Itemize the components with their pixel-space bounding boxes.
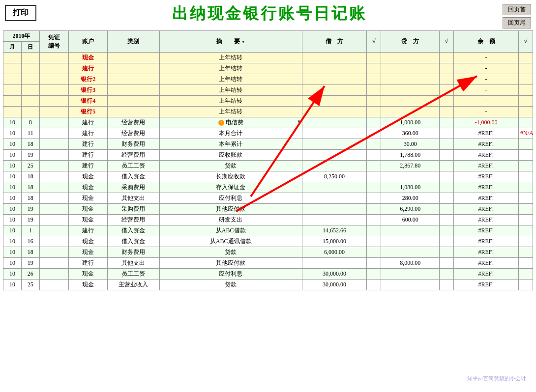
dr14-category: 其他支出 <box>108 258 159 269</box>
dr5-check2 <box>440 161 454 171</box>
dr4-debit <box>302 150 367 161</box>
dr6-voucher <box>39 171 68 182</box>
cf-voucher-3 <box>39 74 68 85</box>
cf-month-1 <box>3 53 22 63</box>
dr16-account: 现金 <box>69 280 108 290</box>
dr11-day: 1 <box>21 225 39 236</box>
dr3-month: 10 <box>3 139 22 150</box>
cf-check3-6 <box>518 107 533 117</box>
cf-debit-2 <box>302 63 367 74</box>
dr7-check3 <box>518 182 533 193</box>
dr2-check3: #N/A <box>518 128 533 139</box>
dr1-summary-cell[interactable]: ! 电信费 ▼ 电信费 本月合计 本年累计 应收账款 <box>159 117 302 128</box>
dr16-summary: 贷款 <box>159 280 302 290</box>
nav-top-button[interactable]: 回页首 <box>503 4 531 15</box>
table-container: 2010年 凭证 编号 账户 类别 摘 要 ▼ 借 方 √ 贷 方 √ 余 <box>0 30 536 290</box>
dr9-month: 10 <box>3 204 22 215</box>
dr2-account: 建行 <box>69 128 108 139</box>
summary-dropdown-trigger[interactable]: ▼ <box>297 119 301 124</box>
dr1-check3 <box>518 117 533 128</box>
dr12-month: 10 <box>3 236 22 247</box>
dr3-check3 <box>518 139 533 150</box>
data-row-2: 10 11 建行 经营费用 本月合计 360.00 #REF! #N/A <box>3 128 533 139</box>
dr8-check1 <box>367 193 381 204</box>
dr9-check1 <box>367 204 381 215</box>
cf-account-5: 银行4 <box>69 96 108 107</box>
dr1-credit: 1,000.00 <box>381 117 440 128</box>
dr8-voucher <box>39 193 68 204</box>
summary-dropdown-icon[interactable]: ▼ <box>241 40 245 44</box>
dr7-day: 18 <box>21 182 39 193</box>
dr6-check3 <box>518 171 533 182</box>
nav-bottom-button[interactable]: 回页尾 <box>503 17 531 28</box>
dr15-voucher <box>39 269 68 280</box>
cf-check1-6 <box>367 107 381 117</box>
dr15-check2 <box>440 269 454 280</box>
dr13-category: 财务费用 <box>108 247 159 258</box>
dr6-month: 10 <box>3 171 22 182</box>
cf-summary-5: 上年结转 <box>159 96 302 107</box>
dr16-category: 主营业收入 <box>108 280 159 290</box>
dr11-check1 <box>367 225 381 236</box>
data-row-9: 10 19 现金 采购费用 其他应付款 6,290.00 #REF! <box>3 204 533 215</box>
cf-check2-2 <box>440 63 454 74</box>
dr12-check1 <box>367 236 381 247</box>
dr9-summary: 其他应付款 <box>159 204 302 215</box>
dr16-month: 10 <box>3 280 22 290</box>
dr6-summary: 长期应收款 <box>159 171 302 182</box>
dr6-credit <box>381 171 440 182</box>
dr2-check2 <box>440 128 454 139</box>
dr10-balance: #REF! <box>454 215 519 225</box>
dr4-voucher <box>39 150 68 161</box>
dr4-day: 19 <box>21 150 39 161</box>
dr9-debit <box>302 204 367 215</box>
dr12-day: 16 <box>21 236 39 247</box>
dr8-debit <box>302 193 367 204</box>
cf-summary-1: 上年结转 <box>159 53 302 63</box>
cf-account-1: 现金 <box>69 53 108 63</box>
dr12-balance: #REF! <box>454 236 519 247</box>
dr3-debit <box>302 139 367 150</box>
cf-category-3 <box>108 74 159 85</box>
dr5-check3 <box>518 161 533 171</box>
dr9-balance: #REF! <box>454 204 519 215</box>
dr7-account: 现金 <box>69 182 108 193</box>
cf-month-2 <box>3 63 22 74</box>
dr7-debit <box>302 182 367 193</box>
dr10-day: 19 <box>21 215 39 225</box>
dr8-check2 <box>440 193 454 204</box>
dr4-balance: #REF! <box>454 150 519 161</box>
data-row-10: 10 19 现金 经营费用 研发支出 600.00 #REF! <box>3 215 533 225</box>
dr8-month: 10 <box>3 193 22 204</box>
dr13-summary: 贷款 <box>159 247 302 258</box>
dr13-check3 <box>518 247 533 258</box>
print-button[interactable]: 打印 <box>5 5 36 21</box>
dr1-summary: ! 电信费 <box>217 118 245 126</box>
dr11-category: 借入资金 <box>108 225 159 236</box>
dr10-month: 10 <box>3 215 22 225</box>
cf-day-6 <box>21 107 39 117</box>
data-row-11: 10 1 建行 借入资金 从ABC借款 14,652.66 #REF! <box>3 225 533 236</box>
dr10-debit <box>302 215 367 225</box>
dr7-credit: 1,080.00 <box>381 182 440 193</box>
dr14-day: 19 <box>21 258 39 269</box>
dr5-summary: 贷款 <box>159 161 302 171</box>
dr5-category: 员工工资 <box>108 161 159 171</box>
cf-check2-5 <box>440 96 454 107</box>
dr14-debit <box>302 258 367 269</box>
cf-summary-2: 上年结转 <box>159 63 302 74</box>
page-title: 出纳现金银行账号日记账 <box>36 3 503 25</box>
credit-header: 贷 方 <box>381 31 440 53</box>
cf-credit-3 <box>381 74 440 85</box>
dr11-credit <box>381 225 440 236</box>
cf-day-3 <box>21 74 39 85</box>
dr13-day: 18 <box>21 247 39 258</box>
dr14-check2 <box>440 258 454 269</box>
dr6-balance: #REF! <box>454 171 519 182</box>
dr12-account: 现金 <box>69 236 108 247</box>
dr13-account: 现金 <box>69 247 108 258</box>
data-row-7: 10 18 现金 采购费用 存入保证金 1,080.00 #REF! <box>3 182 533 193</box>
dr9-check3 <box>518 204 533 215</box>
dr6-check1 <box>367 171 381 182</box>
dr7-summary: 存入保证金 <box>159 182 302 193</box>
